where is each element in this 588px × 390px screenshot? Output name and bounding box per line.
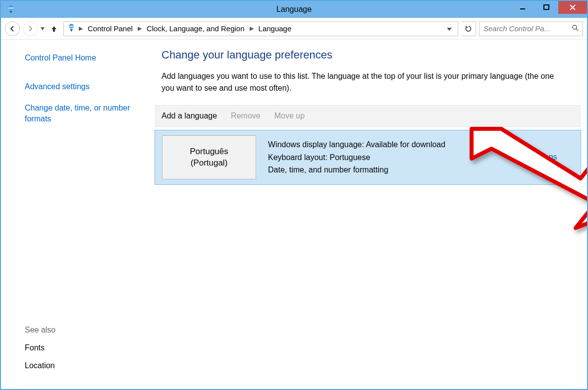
maximize-button[interactable]	[535, 1, 558, 14]
main-panel: Change your language preferences Add lan…	[155, 40, 587, 389]
address-bar[interactable]: ▶ Control Panel ▶ Clock, Language, and R…	[63, 21, 458, 36]
forward-button[interactable]	[23, 21, 38, 36]
titlebar: Language	[1, 1, 587, 18]
chevron-right-icon[interactable]: ▶	[137, 25, 143, 32]
remove-button[interactable]: Remove	[231, 111, 261, 120]
svg-rect-1	[8, 7, 13, 8]
language-info: Windows display language: Available for …	[263, 130, 506, 184]
chevron-right-icon[interactable]: ▶	[249, 25, 255, 32]
search-placeholder: Search Control Pa...	[483, 24, 550, 33]
formatting-status: Date, time, and number formatting	[268, 164, 501, 176]
language-options-cell: Options	[506, 130, 581, 184]
breadcrumb-clock-language-region[interactable]: Clock, Language, and Region	[145, 23, 247, 34]
svg-rect-7	[69, 27, 74, 27]
language-toolbar: Add a language Remove Move up	[155, 105, 581, 127]
options-link[interactable]: Options	[530, 153, 557, 162]
see-also-label: See also	[25, 326, 143, 334]
app-icon	[6, 4, 16, 14]
page-description: Add languages you want to use to this li…	[155, 70, 561, 94]
svg-rect-3	[520, 8, 525, 9]
keyboard-layout-status: Keyboard layout: Portuguese	[268, 151, 501, 164]
back-button[interactable]	[5, 21, 20, 36]
sidebar: Control Panel Home Advanced settings Cha…	[1, 40, 155, 389]
see-also-fonts[interactable]: Fonts	[25, 343, 143, 352]
close-button[interactable]	[558, 1, 587, 14]
display-language-status: Windows display language: Available for …	[268, 138, 501, 151]
sidebar-advanced-settings[interactable]: Advanced settings	[25, 81, 143, 92]
chevron-right-icon[interactable]: ▶	[78, 25, 84, 32]
sidebar-home-link[interactable]: Control Panel Home	[25, 53, 143, 63]
svg-rect-6	[69, 26, 74, 26]
language-tile[interactable]: Português (Portugal)	[162, 135, 256, 179]
search-icon	[572, 24, 579, 33]
move-up-button[interactable]: Move up	[274, 111, 305, 120]
body: Control Panel Home Advanced settings Cha…	[1, 40, 587, 389]
svg-point-8	[573, 25, 577, 29]
language-row[interactable]: Português (Portugal) Windows display lan…	[155, 130, 581, 185]
add-language-button[interactable]: Add a language	[161, 111, 217, 120]
window-controls	[511, 1, 587, 15]
window-frame: Language	[0, 0, 588, 390]
refresh-button[interactable]	[461, 21, 476, 36]
see-also-location[interactable]: Location	[25, 361, 143, 370]
page-heading: Change your language preferences	[155, 49, 581, 61]
address-dropdown-icon[interactable]	[444, 26, 455, 32]
language-region: (Portugal)	[191, 157, 228, 169]
address-icon	[67, 23, 76, 34]
svg-line-9	[576, 29, 578, 31]
search-input[interactable]: Search Control Pa...	[479, 21, 583, 36]
breadcrumb-language[interactable]: Language	[257, 23, 294, 34]
history-dropdown-icon[interactable]	[41, 26, 45, 31]
up-button[interactable]	[48, 22, 60, 35]
navbar: ▶ Control Panel ▶ Clock, Language, and R…	[1, 18, 587, 40]
svg-rect-2	[8, 8, 13, 9]
svg-rect-4	[544, 5, 549, 9]
window-title: Language	[1, 5, 587, 14]
breadcrumb-control-panel[interactable]: Control Panel	[86, 23, 135, 34]
language-name: Português	[190, 146, 228, 158]
minimize-button[interactable]	[511, 1, 535, 14]
sidebar-change-date-formats[interactable]: Change date, time, or number formats	[25, 103, 143, 124]
